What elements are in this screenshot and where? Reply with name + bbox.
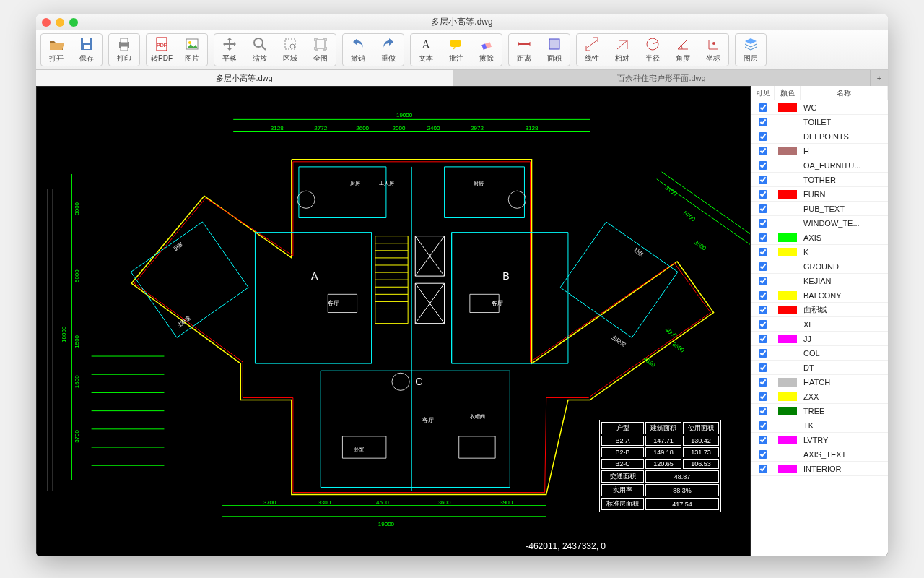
layer-row[interactable]: TREE: [751, 404, 888, 418]
toolbtn-erase[interactable]: 擦除: [472, 35, 501, 65]
layer-color-swatch[interactable]: [775, 378, 801, 387]
layer-color-swatch[interactable]: [775, 219, 801, 228]
layer-color-swatch[interactable]: [775, 103, 801, 112]
layer-color-swatch[interactable]: [775, 392, 801, 401]
toolbtn-pdf[interactable]: PDF转PDF: [147, 35, 176, 65]
layer-row[interactable]: HATCH: [751, 375, 888, 389]
toolbtn-region[interactable]: 区域: [276, 35, 305, 65]
layer-row[interactable]: WINDOW_TE...: [751, 216, 888, 230]
toolbtn-pan[interactable]: 平移: [215, 35, 244, 65]
layer-color-swatch[interactable]: [775, 363, 801, 372]
layer-row[interactable]: COL: [751, 346, 888, 361]
layer-color-swatch[interactable]: [775, 349, 801, 358]
layer-color-swatch[interactable]: [775, 421, 801, 430]
layer-visible-checkbox[interactable]: [759, 132, 767, 141]
layer-row[interactable]: WC: [751, 100, 888, 115]
layer-color-swatch[interactable]: [775, 262, 801, 271]
close-icon[interactable]: [42, 18, 51, 27]
layer-visible-checkbox[interactable]: [759, 363, 767, 372]
layer-visible-checkbox[interactable]: [759, 277, 767, 285]
layer-visible-checkbox[interactable]: [759, 421, 767, 430]
layer-row[interactable]: PUB_TEXT: [751, 202, 888, 216]
tab-document-1[interactable]: 多层小高等.dwg: [36, 70, 453, 86]
layer-color-swatch[interactable]: [775, 465, 801, 473]
drawing-canvas[interactable]: 19000 3128277226002000240029723128 19000…: [36, 86, 751, 556]
layer-visible-checkbox[interactable]: [759, 378, 767, 387]
layer-row[interactable]: ZXX: [751, 389, 888, 404]
toolbtn-layers[interactable]: 图层: [736, 35, 765, 65]
layer-color-swatch[interactable]: [775, 233, 801, 242]
layer-visible-checkbox[interactable]: [759, 392, 767, 401]
layer-row[interactable]: LVTRY: [751, 433, 888, 447]
layer-row[interactable]: TOILET: [751, 115, 888, 129]
toolbtn-linear[interactable]: 线性: [578, 35, 606, 65]
toolbtn-image[interactable]: 图片: [178, 35, 206, 65]
layer-color-swatch[interactable]: [775, 118, 801, 126]
layer-list[interactable]: WC TOILET DEFPOINTS H OA_FURNITU... TOTH…: [751, 100, 888, 556]
layer-visible-checkbox[interactable]: [759, 233, 767, 242]
layer-visible-checkbox[interactable]: [759, 407, 767, 415]
maximize-icon[interactable]: [69, 18, 78, 27]
layer-color-swatch[interactable]: [775, 407, 801, 415]
toolbtn-angle[interactable]: 角度: [668, 35, 697, 65]
layer-color-swatch[interactable]: [775, 176, 801, 184]
layer-visible-checkbox[interactable]: [759, 306, 767, 314]
layer-visible-checkbox[interactable]: [759, 147, 767, 155]
toolbtn-print[interactable]: 打印: [110, 35, 139, 65]
layer-color-swatch[interactable]: [775, 132, 801, 141]
layer-row[interactable]: AXIS_TEXT: [751, 447, 888, 462]
toolbtn-zoom[interactable]: 缩放: [245, 35, 274, 65]
layer-color-swatch[interactable]: [775, 291, 801, 300]
toolbtn-area[interactable]: 面积: [540, 35, 569, 65]
minimize-icon[interactable]: [56, 18, 64, 27]
layer-row[interactable]: KEJIAN: [751, 274, 888, 288]
layer-row[interactable]: DEFPOINTS: [751, 129, 888, 144]
toolbtn-undo[interactable]: 撤销: [344, 35, 372, 65]
layer-row[interactable]: AXIS: [751, 230, 888, 245]
toolbtn-text[interactable]: A文本: [411, 35, 440, 65]
layer-row[interactable]: BALCONY: [751, 288, 888, 303]
layer-visible-checkbox[interactable]: [759, 436, 767, 444]
toolbtn-annotate[interactable]: 批注: [442, 35, 471, 65]
layer-color-swatch[interactable]: [775, 436, 801, 444]
layer-visible-checkbox[interactable]: [759, 176, 767, 184]
layer-row[interactable]: XL: [751, 317, 888, 332]
layer-visible-checkbox[interactable]: [759, 190, 767, 199]
layer-color-swatch[interactable]: [775, 147, 801, 155]
layer-row[interactable]: GROUND: [751, 259, 888, 274]
layer-color-swatch[interactable]: [775, 320, 801, 329]
add-tab-button[interactable]: +: [871, 70, 888, 86]
layer-visible-checkbox[interactable]: [759, 335, 767, 343]
layer-row[interactable]: 面积线: [751, 303, 888, 317]
layer-visible-checkbox[interactable]: [759, 291, 767, 300]
layer-visible-checkbox[interactable]: [759, 118, 767, 126]
layer-row[interactable]: K: [751, 245, 888, 259]
layer-visible-checkbox[interactable]: [759, 465, 767, 473]
layer-visible-checkbox[interactable]: [759, 103, 767, 112]
layer-visible-checkbox[interactable]: [759, 161, 767, 170]
layer-row[interactable]: DT: [751, 361, 888, 375]
toolbtn-save[interactable]: 保存: [72, 35, 101, 65]
layer-color-swatch[interactable]: [775, 306, 801, 314]
layer-row[interactable]: INTERIOR: [751, 462, 888, 476]
layer-row[interactable]: TK: [751, 418, 888, 433]
toolbtn-folder-open[interactable]: 打开: [42, 35, 71, 65]
toolbtn-dist[interactable]: 距离: [510, 35, 539, 65]
toolbtn-redo[interactable]: 重做: [374, 35, 403, 65]
layer-color-swatch[interactable]: [775, 335, 801, 343]
tab-document-2[interactable]: 百余种住宅户形平面.dwg: [453, 70, 871, 86]
layer-color-swatch[interactable]: [775, 161, 801, 170]
layer-visible-checkbox[interactable]: [759, 320, 767, 329]
layer-visible-checkbox[interactable]: [759, 204, 767, 213]
layer-row[interactable]: FURN: [751, 187, 888, 202]
layer-color-swatch[interactable]: [775, 248, 801, 256]
layer-row[interactable]: H: [751, 144, 888, 158]
toolbtn-extent[interactable]: 全图: [306, 35, 335, 65]
layer-visible-checkbox[interactable]: [759, 450, 767, 459]
layer-color-swatch[interactable]: [775, 204, 801, 213]
layer-color-swatch[interactable]: [775, 190, 801, 199]
layer-visible-checkbox[interactable]: [759, 262, 767, 271]
layer-visible-checkbox[interactable]: [759, 349, 767, 358]
toolbtn-coord[interactable]: 坐标: [699, 35, 728, 65]
layer-row[interactable]: TOTHER: [751, 173, 888, 187]
